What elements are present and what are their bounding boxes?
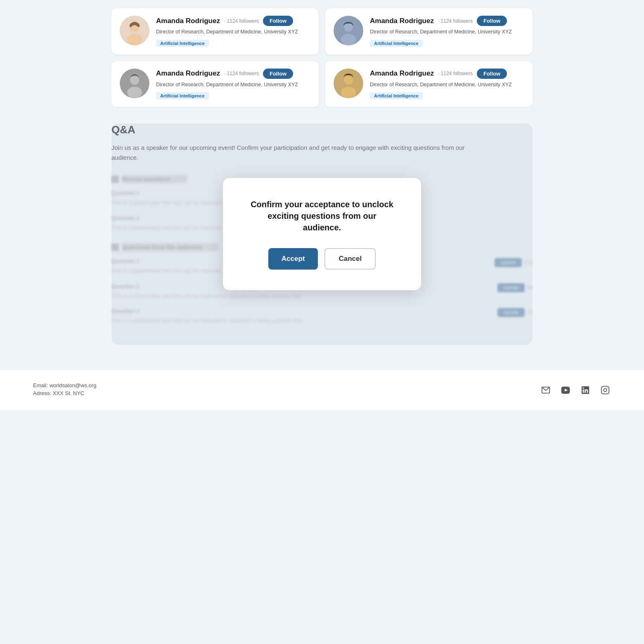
speaker-card-2: Amanda Rodriguez · 1124 followers Follow… [325, 8, 533, 54]
follow-button-2[interactable]: Follow [477, 16, 507, 26]
qa-section: Q&A Join us as a speaker for our upcomin… [111, 123, 533, 345]
speaker-name-4: Amanda Rodriguez [370, 69, 434, 78]
follow-button-1[interactable]: Follow [263, 16, 293, 26]
svg-point-14 [604, 388, 606, 391]
footer-contact: Email: worldsalon@ws.org Adress: XXX St.… [33, 382, 96, 398]
speaker-followers-4: · 1124 followers [438, 71, 473, 76]
svg-point-10 [344, 76, 353, 85]
follow-button-3[interactable]: Follow [263, 69, 293, 79]
svg-point-5 [341, 34, 356, 45]
accept-button[interactable]: Accept [268, 248, 318, 270]
svg-point-15 [607, 388, 608, 388]
modal-overlay: Confirm your acceptance to unclock excit… [111, 123, 533, 345]
speaker-name-2: Amanda Rodriguez [370, 17, 434, 25]
footer-email: Email: worldsalon@ws.org [33, 382, 96, 388]
speaker-title-3: Director of Research, Department of Medi… [156, 81, 310, 89]
svg-point-11 [341, 87, 356, 98]
speaker-avatar-3 [120, 69, 149, 98]
speaker-followers-2: · 1124 followers [438, 18, 473, 24]
speaker-name-row-3: Amanda Rodriguez · 1124 followers Follow [156, 69, 310, 79]
instagram-icon[interactable] [599, 384, 611, 396]
footer-address: Adress: XXX St. NYC [33, 390, 96, 396]
speaker-card-1: Amanda Rodriguez · 1124 followers Follow… [111, 8, 319, 54]
speaker-name-row-2: Amanda Rodriguez · 1124 followers Follow [370, 16, 524, 26]
speaker-avatar-4 [334, 69, 363, 98]
youtube-icon[interactable] [560, 384, 571, 396]
speaker-info-4: Amanda Rodriguez · 1124 followers Follow… [370, 69, 524, 100]
svg-point-4 [344, 23, 353, 32]
speaker-card-3: Amanda Rodriguez · 1124 followers Follow… [111, 61, 319, 107]
speaker-avatar-2 [334, 16, 363, 45]
speaker-card-4: Amanda Rodriguez · 1124 followers Follow… [325, 61, 533, 107]
speaker-name-row-1: Amanda Rodriguez · 1124 followers Follow [156, 16, 310, 26]
speaker-title-1: Director of Research, Department of Medi… [156, 28, 310, 36]
svg-point-8 [127, 87, 142, 98]
speaker-info-3: Amanda Rodriguez · 1124 followers Follow… [156, 69, 310, 100]
speaker-tag-1: Artificial Intelligence [156, 40, 209, 47]
svg-point-7 [130, 76, 139, 85]
confirmation-modal: Confirm your acceptance to unclock excit… [223, 178, 421, 290]
speaker-title-4: Director of Research, Department of Medi… [370, 81, 524, 89]
speaker-name-1: Amanda Rodriguez [156, 17, 220, 25]
speaker-tag-2: Artificial Intelligence [370, 40, 423, 47]
speaker-info-2: Amanda Rodriguez · 1124 followers Follow… [370, 16, 524, 47]
linkedin-icon[interactable] [580, 384, 591, 396]
footer-social-icons [540, 384, 611, 396]
svg-point-2 [127, 34, 142, 45]
follow-button-4[interactable]: Follow [477, 69, 507, 79]
speakers-grid: Amanda Rodriguez · 1124 followers Follow… [111, 8, 533, 107]
modal-text: Confirm your acceptance to unclock excit… [248, 199, 396, 233]
svg-rect-13 [601, 386, 609, 393]
speaker-title-2: Director of Research, Department of Medi… [370, 28, 524, 36]
speaker-tag-4: Artificial Intelligence [370, 92, 423, 99]
speaker-tag-3: Artificial Intelligence [156, 92, 209, 99]
speaker-info-1: Amanda Rodriguez · 1124 followers Follow… [156, 16, 310, 47]
speaker-followers-1: · 1124 followers [224, 18, 259, 24]
cancel-button[interactable]: Cancel [324, 248, 376, 270]
footer: Email: worldsalon@ws.org Adress: XXX St.… [0, 369, 644, 410]
speaker-name-3: Amanda Rodriguez [156, 69, 220, 78]
email-icon[interactable] [540, 384, 552, 396]
modal-buttons: Accept Cancel [248, 248, 396, 270]
speaker-followers-3: · 1124 followers [224, 71, 259, 76]
speaker-avatar-1 [120, 16, 149, 45]
speaker-name-row-4: Amanda Rodriguez · 1124 followers Follow [370, 69, 524, 79]
